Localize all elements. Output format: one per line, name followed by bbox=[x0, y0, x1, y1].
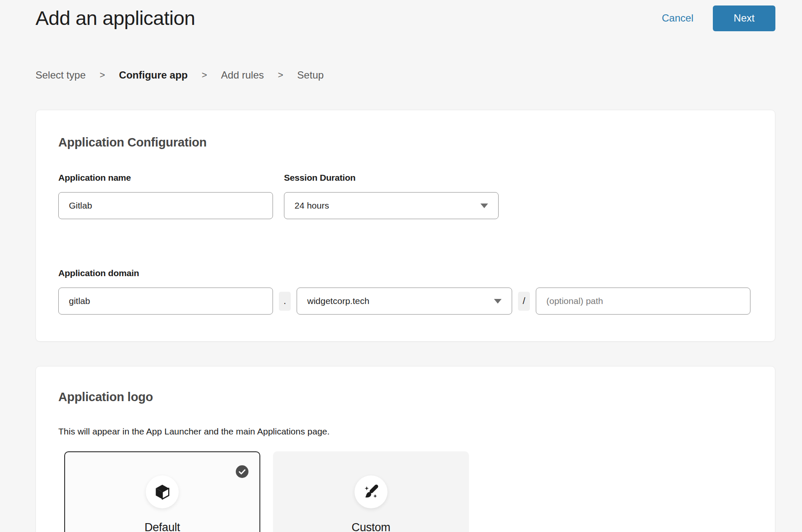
session-duration-select[interactable]: 24 hours bbox=[284, 192, 499, 219]
breadcrumb: Select type > Configure app > Add rules … bbox=[35, 69, 802, 81]
domain-select-value: widgetcorp.tech bbox=[307, 296, 369, 306]
logo-option-label: Default bbox=[145, 521, 180, 532]
application-domain-label: Application domain bbox=[58, 268, 753, 278]
name-duration-row: Application name Session Duration 24 hou… bbox=[58, 173, 753, 219]
logo-option-custom[interactable]: Custom bbox=[273, 451, 469, 532]
logo-option-default[interactable]: Default bbox=[64, 451, 260, 532]
application-name-input[interactable] bbox=[58, 192, 273, 219]
cancel-button[interactable]: Cancel bbox=[662, 12, 693, 24]
subdomain-input[interactable] bbox=[58, 288, 273, 315]
custom-logo-circle bbox=[355, 475, 387, 508]
cube-icon bbox=[154, 483, 171, 500]
breadcrumb-step-setup[interactable]: Setup bbox=[297, 69, 324, 81]
domain-select[interactable]: widgetcorp.tech bbox=[297, 288, 512, 315]
application-logo-card: Application logo This will appear in the… bbox=[35, 366, 775, 532]
configuration-card-title: Application Configuration bbox=[58, 136, 753, 149]
page-header: Add an application Cancel Next bbox=[0, 0, 802, 31]
selected-check-icon bbox=[236, 465, 248, 478]
add-application-page: Add an application Cancel Next Select ty… bbox=[0, 0, 802, 532]
application-domain-field-group: Application domain . widgetcorp.tech / bbox=[58, 268, 753, 315]
header-actions: Cancel Next bbox=[662, 5, 775, 31]
dot-separator: . bbox=[279, 292, 291, 311]
chevron-down-icon bbox=[480, 204, 488, 208]
session-duration-value: 24 hours bbox=[295, 201, 329, 211]
breadcrumb-step-configure-app[interactable]: Configure app bbox=[119, 69, 188, 81]
application-name-label: Application name bbox=[58, 173, 273, 183]
logo-option-label: Custom bbox=[352, 521, 390, 532]
page-title: Add an application bbox=[35, 5, 195, 31]
paintbrush-icon bbox=[362, 483, 380, 501]
chevron-down-icon bbox=[494, 299, 502, 304]
breadcrumb-separator: > bbox=[278, 70, 284, 81]
slash-separator: / bbox=[518, 292, 530, 311]
default-logo-circle bbox=[146, 475, 179, 508]
session-duration-field-group: Session Duration 24 hours bbox=[284, 173, 499, 219]
breadcrumb-step-add-rules[interactable]: Add rules bbox=[221, 69, 264, 81]
next-button[interactable]: Next bbox=[713, 5, 775, 31]
logo-option-tiles: Default Custom bbox=[64, 451, 753, 532]
breadcrumb-step-select-type[interactable]: Select type bbox=[35, 69, 86, 81]
breadcrumb-separator: > bbox=[202, 70, 207, 81]
logo-card-description: This will appear in the App Launcher and… bbox=[58, 426, 753, 437]
session-duration-label: Session Duration bbox=[284, 173, 499, 183]
application-domain-row: . widgetcorp.tech / bbox=[58, 288, 753, 315]
application-name-field-group: Application name bbox=[58, 173, 273, 219]
application-configuration-card: Application Configuration Application na… bbox=[35, 110, 775, 342]
logo-card-title: Application logo bbox=[58, 390, 753, 404]
path-input[interactable] bbox=[536, 288, 750, 315]
breadcrumb-separator: > bbox=[100, 70, 105, 81]
